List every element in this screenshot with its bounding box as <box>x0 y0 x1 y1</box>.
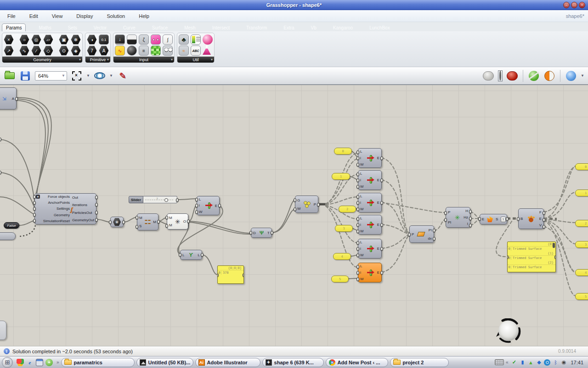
output-port[interactable] <box>506 217 509 221</box>
input-port[interactable] <box>136 225 138 229</box>
update-app-icon[interactable]: + <box>45 359 53 366</box>
list-length-component[interactable]: L ϒ L <box>180 250 202 260</box>
list-item-component-selected[interactable]: LiW E <box>358 263 382 282</box>
box-param-icon[interactable]: ▣ <box>59 34 69 45</box>
output-port[interactable] <box>218 204 221 207</box>
output-port[interactable] <box>95 196 98 199</box>
zoom-extents-button[interactable]: × <box>71 70 83 82</box>
preview-shaded-button[interactable] <box>506 70 518 82</box>
tab-mesh[interactable]: Mesh <box>181 24 199 31</box>
tab-sets[interactable]: Sets <box>64 24 81 31</box>
knob-tool-icon[interactable] <box>127 46 137 56</box>
kangaroo-physics-component[interactable]: ▼ Force objects AnchorPoints Settings Ge… <box>34 193 96 224</box>
plane-fit-component[interactable]: P Pl dx <box>409 225 434 243</box>
task-button-add-new-post[interactable]: Add New Post ‹ ... <box>326 358 388 367</box>
menu-solution[interactable]: Solution <box>105 12 127 20</box>
zoom-extents-dropdown[interactable]: ▼ <box>86 74 90 78</box>
task-button-paramatrics[interactable]: paramatrics <box>61 358 135 367</box>
index-tag[interactable]: 3 <box>335 225 353 232</box>
menu-help[interactable]: Help <box>137 12 151 20</box>
tab-transform[interactable]: Transform <box>243 24 271 31</box>
index-tag[interactable]: 3 <box>575 241 588 248</box>
menu-edit[interactable]: Edit <box>28 12 40 20</box>
text-tag-icon[interactable]: ABC <box>191 46 201 56</box>
tray-bluetooth-icon[interactable]: ᛒ <box>552 359 559 366</box>
input-port[interactable] <box>356 207 359 211</box>
input-port[interactable] <box>356 201 359 205</box>
tree-component[interactable]: D Ψ T <box>251 228 272 238</box>
slider-tool-icon[interactable]: ↓ <box>115 34 125 45</box>
preview-off-button[interactable] <box>482 70 494 82</box>
index-tag[interactable]: 0 <box>334 148 352 155</box>
output-port[interactable] <box>95 211 98 214</box>
input-port[interactable] <box>356 241 359 245</box>
output-port[interactable] <box>433 229 435 232</box>
spiral-param-icon[interactable]: ◎ <box>31 34 41 45</box>
taskbar-clock[interactable]: 17:41 <box>571 360 583 365</box>
output-port[interactable] <box>317 203 320 207</box>
input-port[interactable] <box>165 224 168 228</box>
input-port[interactable] <box>179 253 181 257</box>
list-item-component[interactable]: L i W E <box>197 196 220 215</box>
tree-tool-icon[interactable]: ♣ <box>179 34 189 45</box>
output-port[interactable] <box>380 271 383 275</box>
output-port[interactable] <box>380 178 383 182</box>
output-port[interactable] <box>271 231 273 235</box>
output-port[interactable] <box>201 253 204 257</box>
tab-vb[interactable]: Vb <box>307 24 320 31</box>
mesh-component[interactable]: ❄ <box>110 217 124 227</box>
output-port[interactable] <box>380 201 383 205</box>
input-port[interactable] <box>195 204 198 207</box>
input-port[interactable] <box>356 195 359 199</box>
start-button[interactable]: ⊞ <box>2 357 13 368</box>
output-port[interactable] <box>380 156 383 160</box>
panel-scrollbar[interactable] <box>553 243 555 248</box>
list-item-component[interactable]: LiW E <box>358 170 382 190</box>
quicklaunch-app-icon[interactable] <box>17 359 24 366</box>
input-port[interactable] <box>517 217 520 221</box>
input-port[interactable] <box>165 216 168 219</box>
output-port[interactable] <box>469 217 472 220</box>
chart-tool-icon[interactable]: ≈ <box>179 46 189 56</box>
document-preview-button[interactable] <box>543 70 555 82</box>
group-expand-icon[interactable]: ▾ <box>79 58 81 62</box>
list-item-component[interactable]: LiW E <box>358 215 382 235</box>
zoom-level-select[interactable]: 64%▼ <box>35 71 67 80</box>
funnel-icon[interactable]: Y <box>501 217 506 222</box>
output-port[interactable] <box>433 237 435 241</box>
text-param-icon[interactable]: A <box>99 46 109 56</box>
task-button-shape6[interactable]: ✦shape 6 (639 K... <box>262 358 324 367</box>
input-port[interactable] <box>109 220 112 224</box>
tab-maths[interactable]: Maths <box>35 24 55 31</box>
geometry-group-label[interactable]: Geometry▾ <box>2 57 82 63</box>
index-tag[interactable]: 4 <box>333 253 351 260</box>
preview-wireframe-button[interactable] <box>498 70 503 81</box>
input-port[interactable] <box>356 217 359 221</box>
tab-vector[interactable]: Vector <box>90 24 110 31</box>
output-port[interactable] <box>380 223 383 227</box>
output-port[interactable] <box>380 247 383 251</box>
input-port[interactable] <box>356 172 359 176</box>
tab-intersect[interactable]: Intersect <box>209 24 233 31</box>
input-group-label[interactable]: Input▾ <box>113 57 174 63</box>
image-sampler-icon[interactable] <box>151 46 161 56</box>
number-slider[interactable]: Slider 7 <box>129 196 177 203</box>
hex-grid-component[interactable]: P Pl ✳ H Hz I <box>446 207 470 228</box>
tab-extra[interactable]: Extra <box>280 24 298 31</box>
tray-dropbox-icon[interactable]: ◆ <box>536 359 542 366</box>
cylinder-param-icon[interactable]: ⊙ <box>59 46 69 56</box>
point-param-icon[interactable]: ◇ <box>43 46 53 56</box>
sphere-tool-icon[interactable] <box>203 34 213 45</box>
input-port[interactable] <box>356 230 359 233</box>
output-port[interactable] <box>543 218 545 222</box>
index-tag[interactable]: 1 <box>332 173 350 180</box>
tray-network-icon[interactable]: ▮ <box>519 359 526 366</box>
preview-mesh-dropdown[interactable]: ▼ <box>581 74 584 78</box>
index-tag[interactable]: 5 <box>575 293 588 300</box>
output-port[interactable] <box>157 220 160 224</box>
menu-view[interactable]: View <box>50 12 65 20</box>
preview-dropdown[interactable]: ▼ <box>109 74 113 78</box>
input-port[interactable] <box>294 198 296 202</box>
input-port[interactable] <box>356 150 359 154</box>
list-item-component[interactable]: LiW E <box>358 239 382 259</box>
